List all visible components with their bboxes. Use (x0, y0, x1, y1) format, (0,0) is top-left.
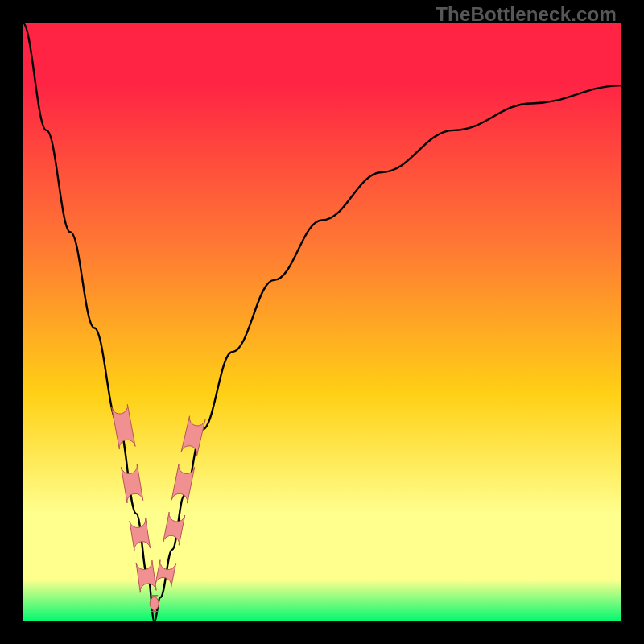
curve-layer (23, 23, 621, 621)
bead (136, 560, 156, 592)
bead (163, 512, 185, 545)
bead (181, 416, 205, 456)
beads-group (112, 404, 205, 611)
bottleneck-curve (23, 23, 621, 621)
plot-area (23, 23, 621, 621)
watermark-label: TheBottleneck.com (436, 3, 617, 26)
chart-stage: TheBottleneck.com (0, 0, 644, 644)
